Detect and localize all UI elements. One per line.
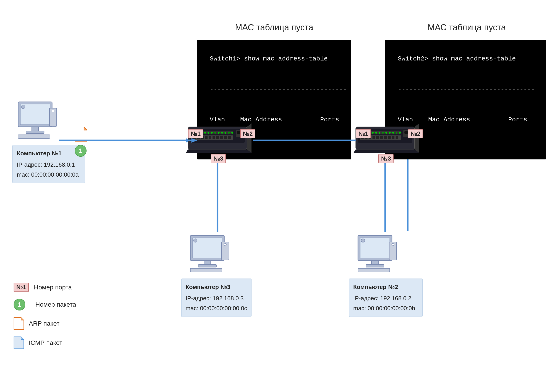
svg-rect-89 xyxy=(366,264,384,267)
computer3-mac: mac: 00:00:00:00:00:0c xyxy=(185,303,247,313)
computer3-ip: IP-адрес: 192.168.0.3 xyxy=(185,293,247,303)
svg-point-54 xyxy=(378,132,380,134)
svg-rect-8 xyxy=(32,127,39,131)
switch2-port3: №3 xyxy=(378,154,394,163)
mac-title-1: МАС таблица пуста xyxy=(197,23,351,32)
svg-rect-73 xyxy=(404,131,408,134)
svg-rect-12 xyxy=(18,135,50,138)
svg-rect-42 xyxy=(237,131,240,134)
svg-marker-94 xyxy=(21,317,24,320)
svg-point-25 xyxy=(218,132,220,134)
switch1-port3: №3 xyxy=(211,154,226,163)
svg-rect-84 xyxy=(190,268,222,272)
svg-point-52 xyxy=(372,132,374,134)
svg-rect-88 xyxy=(371,260,378,264)
terminal-switch1-line2: ------------------------------------ xyxy=(210,86,347,93)
computer2-info: Компьютер №2 IP-адрес: 192.168.0.2 mac: … xyxy=(349,279,423,317)
svg-rect-38 xyxy=(220,136,223,139)
legend-arp-icon xyxy=(14,317,24,330)
arp-packet xyxy=(75,127,87,143)
legend-icmp: ICMP пакет xyxy=(14,337,76,349)
terminal-switch1-line1: Switch1> show mac address-table xyxy=(210,55,328,62)
svg-rect-40 xyxy=(228,136,231,139)
svg-point-87 xyxy=(361,239,365,242)
svg-rect-37 xyxy=(216,136,219,139)
switch2-port1: №1 xyxy=(356,129,371,138)
svg-rect-39 xyxy=(224,136,227,139)
svg-point-7 xyxy=(21,105,25,109)
svg-rect-66 xyxy=(376,136,379,139)
svg-marker-96 xyxy=(21,337,24,339)
computer2-title: Компьютер №2 xyxy=(353,282,418,292)
svg-point-59 xyxy=(396,132,397,134)
legend-packet: 1 Номер пакета xyxy=(14,299,76,310)
svg-point-58 xyxy=(392,132,394,134)
switch1-port2: №2 xyxy=(240,129,255,138)
legend-icmp-text: ICMP пакет xyxy=(29,339,62,347)
svg-rect-69 xyxy=(388,136,391,139)
legend-port-icon: №1 xyxy=(14,283,29,292)
legend: №1 Номер порта 1 Номер пакета ARP пакет … xyxy=(14,283,76,356)
legend-icmp-icon xyxy=(14,337,24,349)
computer2-ip: IP-адрес: 192.168.0.2 xyxy=(353,293,418,303)
legend-arp: ARP пакет xyxy=(14,317,76,330)
switch2-port2: №2 xyxy=(408,129,423,138)
svg-rect-9 xyxy=(26,131,44,134)
svg-rect-34 xyxy=(205,136,208,139)
switch2-icon xyxy=(354,120,421,157)
legend-packet-text: Номер пакета xyxy=(35,301,76,308)
svg-point-60 xyxy=(399,132,401,134)
svg-point-27 xyxy=(224,132,226,134)
legend-port-text: Номер порта xyxy=(34,284,72,291)
svg-point-56 xyxy=(385,132,387,134)
packet-bubble: 1 xyxy=(75,145,86,157)
computer1-title: Компьютер №1 xyxy=(17,148,81,158)
legend-port-label: №1 xyxy=(14,283,29,292)
legend-packet-icon: 1 xyxy=(14,299,30,310)
svg-point-79 xyxy=(193,239,197,242)
svg-rect-92 xyxy=(358,268,390,272)
svg-point-21 xyxy=(204,132,206,134)
mac-title-2: МАС таблица пуста xyxy=(385,23,548,32)
computer3-info: Компьютер №3 IP-адрес: 192.168.0.3 mac: … xyxy=(181,279,252,317)
legend-packet-bubble: 1 xyxy=(14,299,25,310)
svg-point-29 xyxy=(231,132,233,134)
computer1-ip: IP-адрес: 192.168.0.1 xyxy=(17,160,81,170)
svg-point-55 xyxy=(382,132,384,134)
svg-point-24 xyxy=(214,132,216,134)
svg-point-53 xyxy=(375,132,377,134)
svg-rect-71 xyxy=(396,136,398,139)
terminal-switch2-line1: Switch2> show mac address-table xyxy=(398,55,516,62)
computer1-mac: mac: 00:00:00:00:00:0a xyxy=(17,170,81,180)
legend-port: №1 Номер порта xyxy=(14,283,76,292)
svg-point-57 xyxy=(389,132,391,134)
computer3-icon xyxy=(186,231,231,276)
svg-rect-65 xyxy=(372,136,375,139)
svg-point-23 xyxy=(211,132,213,134)
packet-number: 1 xyxy=(79,147,83,154)
svg-point-11 xyxy=(52,110,54,112)
svg-rect-36 xyxy=(213,136,215,139)
switch1-port1: №1 xyxy=(188,129,203,138)
svg-rect-35 xyxy=(209,136,211,139)
svg-point-91 xyxy=(392,243,394,246)
svg-rect-70 xyxy=(392,136,394,139)
svg-marker-14 xyxy=(84,127,87,130)
svg-rect-67 xyxy=(380,136,383,139)
legend-arp-text: ARP пакет xyxy=(29,320,60,327)
svg-point-28 xyxy=(228,132,230,134)
svg-rect-81 xyxy=(198,264,216,267)
computer2-icon xyxy=(354,231,399,276)
computer3-title: Компьютер №3 xyxy=(185,282,247,292)
computer1-info: Компьютер №1 IP-адрес: 192.168.0.1 mac: … xyxy=(12,145,85,183)
svg-rect-80 xyxy=(204,260,211,264)
svg-marker-75 xyxy=(354,150,419,153)
switch1-icon xyxy=(186,120,254,157)
svg-point-22 xyxy=(208,132,209,134)
computer1-icon xyxy=(14,97,59,143)
svg-point-26 xyxy=(221,132,223,134)
computer2-mac: mac: 00:00:00:00:00:0b xyxy=(353,303,418,313)
svg-rect-68 xyxy=(384,136,387,139)
terminal-switch2-line2: ------------------------------------ xyxy=(398,86,535,93)
svg-marker-44 xyxy=(186,150,252,153)
